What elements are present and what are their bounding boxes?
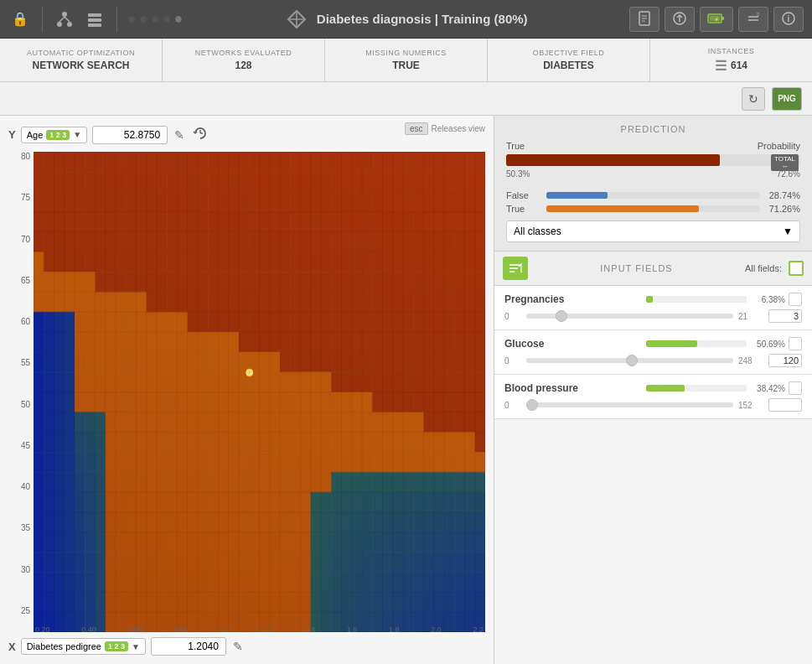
blood-pressure-bar-fill xyxy=(646,385,685,392)
blood-pressure-header: Blood pressure 38.42% xyxy=(504,381,802,395)
blood-pressure-thumb[interactable] xyxy=(526,399,538,411)
pred-false-pct: 28.74% xyxy=(767,190,800,200)
info-cell-instances: INSTANCES ☰ 614 xyxy=(650,39,812,81)
info-btn[interactable]: i xyxy=(773,7,804,32)
svg-rect-6 xyxy=(88,18,101,22)
y-field-dropdown-arrow[interactable]: ▼ xyxy=(73,130,81,139)
pregnancies-name: Pregnancies xyxy=(504,293,641,305)
separator-2 xyxy=(116,7,117,32)
pred-false-fill xyxy=(546,192,608,199)
objective-field-value: DIABETES xyxy=(543,60,594,71)
field-item-glucose: Glucose 50.69% 0 248 xyxy=(494,330,812,375)
pred-main-bar-bg xyxy=(506,154,800,166)
network-icon[interactable] xyxy=(53,8,76,31)
y-field-select[interactable]: Age 1 2 3 ▼ xyxy=(21,127,88,143)
top-bar-actions: ⚡ ≡ i xyxy=(629,7,804,32)
pred-false-label: False xyxy=(506,190,540,200)
blood-pressure-checkbox[interactable] xyxy=(789,381,802,395)
svg-line-3 xyxy=(59,17,65,22)
heatmap-wrapper[interactable]: 0.20 0.40 0.60 0.80 1.0 1.2 1.4 1.6 1.8 … xyxy=(34,152,485,632)
input-fields-label: INPUT FIELDS xyxy=(535,263,738,273)
all-fields-checkbox[interactable] xyxy=(789,261,804,276)
svg-rect-5 xyxy=(88,13,101,17)
spacer xyxy=(506,179,800,187)
doc-btn[interactable] xyxy=(629,7,659,32)
glucose-pct: 50.69% xyxy=(752,340,785,349)
pred-header: True Probability xyxy=(506,141,800,151)
svg-point-1 xyxy=(57,22,62,27)
png-export-btn[interactable]: PNG xyxy=(772,87,802,111)
pregnancies-pct: 6.38% xyxy=(752,295,785,304)
all-fields-label: All fields: xyxy=(745,263,782,273)
lock-icon: 🔒 xyxy=(8,8,32,31)
glucose-range: 0 248 xyxy=(504,354,802,367)
glucose-slider[interactable] xyxy=(526,358,733,363)
heatmap-canvas[interactable] xyxy=(34,152,485,632)
info-bar: AUTOMATIC OPTIMIZATION NETWORK SEARCH NE… xyxy=(0,39,812,82)
glucose-max: 248 xyxy=(738,356,763,366)
chart-panel: esc Releases view Y Age 1 2 3 ▼ ✎ 80 75 … xyxy=(0,116,494,664)
pregnancies-bar-fill xyxy=(646,296,653,303)
classes-select[interactable]: All classes ▼ xyxy=(506,220,800,242)
layers-icon[interactable] xyxy=(83,8,106,31)
networks-evaluated-label: NETWORKS EVALUATED xyxy=(195,49,292,57)
x-axis-controls: X Diabetes pedigree 1 2 3 ▼ ✎ xyxy=(8,637,485,656)
x-value-input[interactable] xyxy=(151,637,226,656)
lines-icon: ☰ xyxy=(715,58,727,74)
pred-true-row: True 71.26% xyxy=(506,204,800,214)
battery-btn[interactable]: ⚡ xyxy=(700,7,733,32)
x-field-dropdown-arrow[interactable]: ▼ xyxy=(132,642,140,651)
x-edit-btn[interactable]: ✎ xyxy=(231,638,245,655)
svg-rect-16 xyxy=(721,17,724,20)
pregnancies-min: 0 xyxy=(504,312,521,321)
equals-btn[interactable]: ≡ xyxy=(738,7,768,32)
top-bar: 🔒 ● ● ● ● ● Diabetes diagnosis | Trainin… xyxy=(0,0,812,39)
blood-pressure-name: Blood pressure xyxy=(504,382,641,394)
glucose-min: 0 xyxy=(504,356,521,366)
y-refresh-btn[interactable] xyxy=(191,124,209,145)
svg-line-4 xyxy=(65,17,70,22)
glucose-name: Glucose xyxy=(504,338,641,350)
input-fields-list: Pregnancies 6.38% 0 21 xyxy=(494,286,812,664)
pred-probability-label: Probability xyxy=(758,141,800,151)
field-item-blood-pressure: Blood pressure 38.42% 0 152 xyxy=(494,375,812,419)
pregnancies-slider[interactable] xyxy=(526,314,733,319)
missing-numerics-label: MISSING NUMERICS xyxy=(365,49,447,57)
objective-field-label: OBJECTIVE FIELD xyxy=(533,49,605,57)
x-axis-label: X xyxy=(8,641,16,653)
missing-numerics-value: TRUE xyxy=(392,60,420,71)
pred-main-bar-container: TOTAL ↔ xyxy=(506,154,800,166)
right-panel: PREDICTION True Probability TOTAL ↔ 50.3… xyxy=(494,116,812,664)
blood-pressure-slider[interactable] xyxy=(526,402,733,407)
pred-left-value: 50.3% xyxy=(506,169,530,179)
y-edit-btn[interactable]: ✎ xyxy=(173,127,186,143)
svg-point-0 xyxy=(62,12,67,17)
upload-btn[interactable] xyxy=(665,7,695,32)
info-cell-missing-numerics: MISSING NUMERICS TRUE xyxy=(325,39,488,81)
esc-hint-area: esc Releases view xyxy=(405,122,485,135)
pred-false-bar xyxy=(546,192,760,199)
main-content: esc Releases view Y Age 1 2 3 ▼ ✎ 80 75 … xyxy=(0,116,812,664)
y-value-input[interactable] xyxy=(92,126,168,144)
pred-true-label: True xyxy=(506,141,525,151)
info-cell-objective-field: OBJECTIVE FIELD DIABETES xyxy=(488,39,650,81)
esc-badge: esc xyxy=(405,122,428,135)
input-fields-area: INPUT FIELDS All fields: Pregnancies 6.3… xyxy=(494,252,812,664)
pred-main-bar-fill xyxy=(506,154,720,166)
pregnancies-checkbox[interactable] xyxy=(789,293,802,306)
blood-pressure-value-input[interactable] xyxy=(768,398,802,412)
refresh-btn[interactable]: ↻ xyxy=(742,87,765,111)
pregnancies-thumb[interactable] xyxy=(556,310,567,322)
glucose-thumb[interactable] xyxy=(626,355,638,366)
x-field-badge: 1 2 3 xyxy=(105,641,128,651)
input-fields-header: INPUT FIELDS All fields: xyxy=(494,252,812,286)
sort-btn[interactable] xyxy=(503,257,528,280)
pregnancies-max: 21 xyxy=(738,312,763,321)
app-title: Diabetes diagnosis | Training (80%) xyxy=(317,12,528,26)
glucose-checkbox[interactable] xyxy=(789,337,802,350)
pregnancies-value-input[interactable] xyxy=(768,309,802,323)
glucose-value-input[interactable] xyxy=(768,354,802,367)
x-field-select[interactable]: Diabetes pedigree 1 2 3 ▼ xyxy=(21,638,146,655)
automatic-optimization-label: AUTOMATIC OPTIMIZATION xyxy=(27,49,135,57)
pregnancies-bar xyxy=(646,296,747,303)
